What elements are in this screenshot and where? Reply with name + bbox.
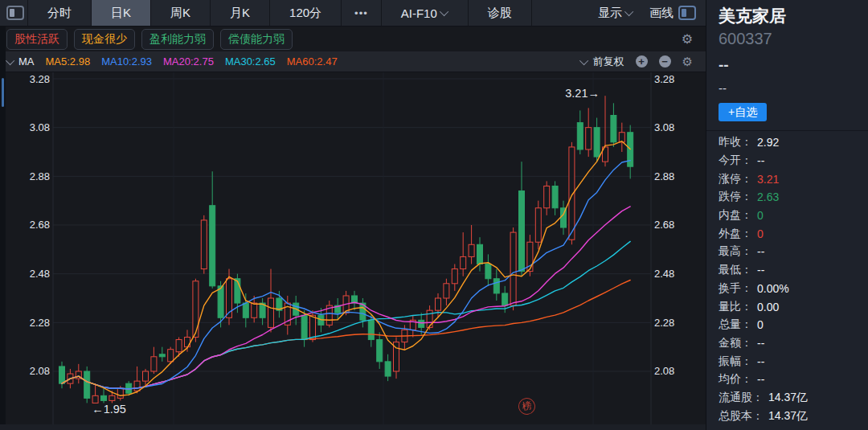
y-axis-label-left: 2.88 <box>30 170 50 182</box>
stat-value: -- <box>757 373 764 386</box>
tab-diagnose[interactable]: 诊股 <box>469 0 532 26</box>
tab-label: 120分 <box>289 6 321 21</box>
quote-stats-list: 昨收：2.92今开：--涨停：3.21跌停：2.63内盘：0外盘：0最高：--最… <box>719 133 863 425</box>
tab-ai-f10[interactable]: AI-F10 <box>382 0 469 26</box>
candlestick-chart-area[interactable]: 3.283.283.083.082.882.882.682.682.482.48… <box>0 72 706 424</box>
y-axis-label-right: 2.88 <box>654 170 674 182</box>
stat-row: 涨停：3.21 <box>719 170 863 188</box>
ma-legend-item: MA30:2.65 <box>225 55 276 68</box>
stat-label: 昨收： <box>719 135 752 149</box>
toolbar-actions: 显示画线 <box>598 6 674 21</box>
display-button[interactable]: 显示 <box>598 6 633 21</box>
y-axis-label-right: 2.28 <box>654 317 674 329</box>
panel-toggle-left-icon[interactable] <box>6 6 24 20</box>
ma-legend: MA5:2.98MA10:2.93MA20:2.75MA30:2.65MA60:… <box>46 55 338 68</box>
stat-value: 0 <box>757 209 764 222</box>
price-change: -- <box>719 81 727 95</box>
tab-label: 月K <box>230 6 250 21</box>
tab-label: 周K <box>170 6 190 21</box>
stat-row: 均价：-- <box>719 371 863 389</box>
y-axis-label-right: 2.48 <box>654 268 674 280</box>
stat-label: 量比： <box>719 300 752 314</box>
add-watchlist-button[interactable]: +自选 <box>719 103 767 121</box>
y-axis-label-right: 2.68 <box>654 219 674 231</box>
stat-row: 昨收：2.92 <box>719 133 863 152</box>
stat-row: 总股本：14.37亿 <box>719 407 863 425</box>
tab-week-k[interactable]: 周K <box>151 0 211 26</box>
stat-row: 跌停：2.63 <box>719 188 863 207</box>
stat-label: 涨停： <box>719 172 752 186</box>
sidebar-divider <box>706 130 868 131</box>
candlestick-chart[interactable]: 3.283.283.083.082.882.882.682.682.482.48… <box>0 72 706 424</box>
indicator-name: MA <box>18 55 35 68</box>
stock-tags: 股性活跃现金很少盈利能力弱偿债能力弱 <box>6 29 293 50</box>
stat-row: 最高：-- <box>719 243 863 261</box>
stock-tag-row: 股性活跃现金很少盈利能力弱偿债能力弱 ⚙ <box>0 27 706 51</box>
draw-line-button[interactable]: 画线 <box>649 6 674 21</box>
stat-label: 内盘： <box>719 208 752 223</box>
tab-label: AI-F10 <box>401 6 437 20</box>
indicator-selector[interactable]: MA <box>8 55 35 68</box>
y-axis-label-left: 2.28 <box>30 317 50 329</box>
stat-value: -- <box>757 245 764 258</box>
stat-value: -- <box>757 337 764 350</box>
stat-row: 振幅：-- <box>719 352 863 371</box>
stock-code: 600337 <box>719 30 772 48</box>
indicator-bar: MA MA5:2.98MA10:2.93MA20:2.75MA30:2.65MA… <box>0 51 706 72</box>
price-annotation: 3.21→ <box>565 87 600 100</box>
price-annotation: ←1.95 <box>92 403 126 416</box>
stat-label: 振幅： <box>719 354 752 369</box>
stat-value: -- <box>757 264 764 276</box>
chevron-down-icon <box>579 55 588 64</box>
current-price: -- <box>719 56 729 74</box>
stock-name: 美克家居 <box>719 5 786 27</box>
tab-120min[interactable]: 120分 <box>270 0 342 26</box>
adjust-mode-label: 前复权 <box>593 55 624 69</box>
period-toolbar: 分时日K周K月K120分•••AI-F10诊股 显示画线 <box>0 0 706 27</box>
adjust-mode-selector[interactable]: 前复权 <box>582 55 624 69</box>
stock-app-window: 分时日K周K月K120分•••AI-F10诊股 显示画线 股性活跃现金很少盈利能… <box>0 0 868 430</box>
chart-panel: 分时日K周K月K120分•••AI-F10诊股 显示画线 股性活跃现金很少盈利能… <box>0 0 706 430</box>
bottom-strip <box>0 424 706 430</box>
tab-label: 诊股 <box>488 6 512 21</box>
tab-minute[interactable]: 分时 <box>27 0 92 26</box>
ma-legend-item: MA20:2.75 <box>163 55 214 68</box>
tag-debt-weak[interactable]: 偿债能力弱 <box>220 29 293 50</box>
tab-more[interactable]: ••• <box>342 0 382 26</box>
tag-profit-weak[interactable]: 盈利能力弱 <box>141 29 214 50</box>
stat-label: 跌停： <box>719 190 752 204</box>
stat-label: 总股本： <box>719 409 764 424</box>
stat-row: 今开：-- <box>719 152 863 170</box>
action-label: 显示 <box>598 6 622 21</box>
stat-value: 0.00% <box>757 282 789 295</box>
chevron-down-icon <box>6 55 14 64</box>
stat-value: 0.00 <box>757 301 779 313</box>
chevron-down-icon <box>440 7 448 16</box>
panel-toggle-right-icon[interactable] <box>678 6 696 20</box>
stat-row: 最低：-- <box>719 261 863 280</box>
stat-row: 内盘：0 <box>719 207 863 225</box>
zoom-out-button[interactable]: − <box>659 55 671 68</box>
tag-cash-low[interactable]: 现金很少 <box>74 29 135 50</box>
y-axis-label-left: 3.08 <box>30 121 50 133</box>
y-axis-label-left: 3.28 <box>30 73 50 85</box>
stat-label: 流通股： <box>719 391 764 405</box>
zoom-in-button[interactable]: + <box>636 55 648 68</box>
tag-settings-gear-icon[interactable]: ⚙ <box>682 33 693 46</box>
y-axis-label-right: 3.08 <box>654 121 674 133</box>
tab-month-k[interactable]: 月K <box>211 0 270 26</box>
tab-label: 日K <box>111 6 131 21</box>
y-axis-label-left: 2.08 <box>30 365 50 377</box>
stat-label: 今开： <box>719 154 752 168</box>
chart-settings-gear-icon[interactable]: ⚙ <box>682 55 693 68</box>
tab-label: ••• <box>354 7 368 19</box>
stat-value: 14.37亿 <box>768 391 808 405</box>
stat-label: 最高： <box>719 244 752 259</box>
chevron-down-icon <box>624 7 633 16</box>
tab-day-k[interactable]: 日K <box>92 0 151 26</box>
stat-row: 流通股：14.37亿 <box>719 389 863 407</box>
tag-stock-active[interactable]: 股性活跃 <box>6 29 68 50</box>
ma-legend-item: MA10:2.93 <box>101 55 152 68</box>
collapsed-sidebar-strip[interactable] <box>0 27 6 424</box>
ma-legend-item: MA60:2.47 <box>287 55 338 68</box>
